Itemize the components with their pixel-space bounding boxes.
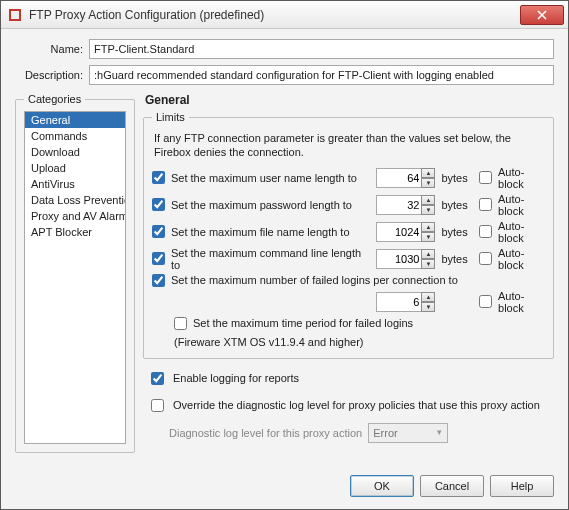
firmware-note: (Fireware XTM OS v11.9.4 and higher) <box>174 336 545 348</box>
limit-checkbox[interactable] <box>152 171 165 184</box>
time-period-checkbox[interactable] <box>174 317 187 330</box>
limit-spinner[interactable]: ▲▼ <box>376 168 435 188</box>
limit-checkbox[interactable] <box>152 225 165 238</box>
diag-level-select[interactable]: Error ▼ <box>368 423 448 443</box>
limit-checkbox[interactable] <box>152 198 165 211</box>
limits-description: If any FTP connection parameter is great… <box>154 131 543 160</box>
autoblock-label: Auto-block <box>498 290 545 314</box>
limit-unit: bytes <box>441 226 473 238</box>
categories-group: Categories GeneralCommandsDownloadUpload… <box>15 93 135 453</box>
failed-logins-checkbox[interactable] <box>152 274 165 287</box>
spinner-down[interactable]: ▼ <box>421 178 435 188</box>
app-icon <box>7 7 23 23</box>
limit-label: Set the maximum user name length to <box>171 172 357 184</box>
spinner-up[interactable]: ▲ <box>421 222 435 232</box>
spinner-up[interactable]: ▲ <box>421 292 435 302</box>
category-item-upload[interactable]: Upload <box>25 160 125 176</box>
category-item-antivirus[interactable]: AntiVirus <box>25 176 125 192</box>
help-button[interactable]: Help <box>490 475 554 497</box>
category-item-commands[interactable]: Commands <box>25 128 125 144</box>
autoblock-checkbox[interactable] <box>479 252 492 265</box>
limit-row: Set the maximum user name length to▲▼byt… <box>152 166 545 190</box>
limit-checkbox[interactable] <box>152 252 165 265</box>
enable-logging-label: Enable logging for reports <box>173 372 299 384</box>
limit-spinner[interactable]: ▲▼ <box>376 195 435 215</box>
category-item-data-loss-prevention[interactable]: Data Loss Prevention <box>25 192 125 208</box>
svg-rect-1 <box>11 11 19 19</box>
limit-spinner[interactable]: ▲▼ <box>376 249 435 269</box>
description-label: Description: <box>15 69 83 81</box>
limit-label: Set the maximum password length to <box>171 199 352 211</box>
diag-level-label: Diagnostic log level for this proxy acti… <box>169 427 362 439</box>
spinner-up[interactable]: ▲ <box>421 195 435 205</box>
name-field[interactable] <box>89 39 554 59</box>
override-diag-row: Override the diagnostic log level for pr… <box>147 396 554 415</box>
enable-logging-checkbox[interactable] <box>151 372 164 385</box>
category-item-general[interactable]: General <box>25 112 125 128</box>
time-period-label: Set the maximum time period for failed l… <box>193 317 413 329</box>
close-button[interactable] <box>520 5 564 25</box>
general-panel: General Limits If any FTP connection par… <box>143 93 554 453</box>
autoblock-label: Auto-block <box>498 193 545 217</box>
limit-row: Set the maximum command line length to▲▼… <box>152 247 545 271</box>
time-period-row: Set the maximum time period for failed l… <box>174 317 545 330</box>
spinner-up[interactable]: ▲ <box>421 168 435 178</box>
spinner-down[interactable]: ▼ <box>421 302 435 312</box>
category-item-download[interactable]: Download <box>25 144 125 160</box>
limit-value[interactable] <box>376 222 422 242</box>
limit-value[interactable] <box>376 168 422 188</box>
categories-legend: Categories <box>24 93 85 105</box>
name-label: Name: <box>15 43 83 55</box>
override-diag-label: Override the diagnostic log level for pr… <box>173 399 540 411</box>
autoblock-checkbox[interactable] <box>479 171 492 184</box>
autoblock-label: Auto-block <box>498 247 545 271</box>
categories-list[interactable]: GeneralCommandsDownloadUploadAntiVirusDa… <box>24 111 126 444</box>
category-item-apt-blocker[interactable]: APT Blocker <box>25 224 125 240</box>
limit-unit: bytes <box>441 253 473 265</box>
limit-label: Set the maximum file name length to <box>171 226 350 238</box>
limit-unit: bytes <box>441 172 473 184</box>
limit-value[interactable] <box>376 195 422 215</box>
description-field[interactable] <box>89 65 554 85</box>
spinner-up[interactable]: ▲ <box>421 249 435 259</box>
category-item-proxy-and-av-alarms[interactable]: Proxy and AV Alarms <box>25 208 125 224</box>
autoblock-label: Auto-block <box>498 220 545 244</box>
diag-level-row: Diagnostic log level for this proxy acti… <box>169 423 554 443</box>
limit-row: Set the maximum password length to▲▼byte… <box>152 193 545 217</box>
limit-row: Set the maximum file name length to▲▼byt… <box>152 220 545 244</box>
limit-spinner[interactable]: ▲▼ <box>376 222 435 242</box>
autoblock-checkbox[interactable] <box>479 198 492 211</box>
dialog-content: Name: Description: Categories GeneralCom… <box>1 29 568 467</box>
limits-legend: Limits <box>152 111 189 123</box>
titlebar: FTP Proxy Action Configuration (predefin… <box>1 1 568 29</box>
general-heading: General <box>145 93 554 107</box>
spinner-down[interactable]: ▼ <box>421 232 435 242</box>
spinner-down[interactable]: ▼ <box>421 259 435 269</box>
diag-level-value: Error <box>373 427 397 439</box>
limit-label: Set the maximum command line length to <box>171 247 370 271</box>
window-title: FTP Proxy Action Configuration (predefin… <box>29 8 520 22</box>
enable-logging-row: Enable logging for reports <box>147 369 554 388</box>
limit-value[interactable] <box>376 249 422 269</box>
override-diag-checkbox[interactable] <box>151 399 164 412</box>
chevron-down-icon: ▼ <box>435 428 443 437</box>
limit-failed-logins-row: Set the maximum number of failed logins … <box>152 274 545 287</box>
dialog-window: FTP Proxy Action Configuration (predefin… <box>0 0 569 510</box>
autoblock-checkbox[interactable] <box>479 225 492 238</box>
failed-logins-label: Set the maximum number of failed logins … <box>171 274 458 286</box>
ok-button[interactable]: OK <box>350 475 414 497</box>
failed-logins-autoblock-checkbox[interactable] <box>479 295 492 308</box>
limits-group: Limits If any FTP connection parameter i… <box>143 111 554 359</box>
failed-logins-spinner[interactable]: ▲▼ <box>376 292 435 312</box>
limit-unit: bytes <box>441 199 473 211</box>
failed-logins-value[interactable] <box>376 292 422 312</box>
cancel-button[interactable]: Cancel <box>420 475 484 497</box>
spinner-down[interactable]: ▼ <box>421 205 435 215</box>
autoblock-label: Auto-block <box>498 166 545 190</box>
button-bar: OK Cancel Help <box>1 467 568 509</box>
